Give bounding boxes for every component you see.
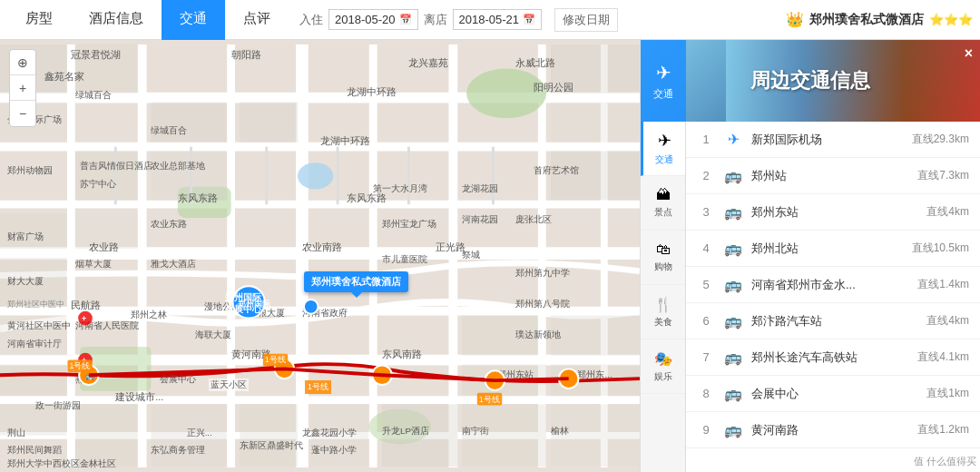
tab-reviews[interactable]: 点评 — [225, 0, 289, 40]
sidebar-body: ✈ 交通 🏔 景点 🛍 购物 🍴 美食 🎭 娱乐 — [641, 122, 980, 472]
list-item[interactable]: 7 🚌 郑州长途汽车高铁站 直线4.1km — [686, 339, 980, 376]
list-item[interactable]: 1 ✈ 新郑国际机场 直线29.3km — [686, 122, 980, 158]
map-area[interactable]: 龙湖中环路 龙湖中环路 东风东路 东风东路 农业路 农业南路 正光路 民航路 黄… — [0, 40, 640, 472]
transport-cat-icon: ✈ — [658, 131, 671, 151]
svg-text:升龙LP酒店: 升龙LP酒店 — [382, 426, 429, 436]
item-num-6: 6 — [697, 314, 715, 328]
svg-text:第一大水月湾: 第一大水月湾 — [373, 183, 427, 193]
svg-rect-44 — [75, 405, 138, 467]
train-icon-2: 🚌 — [722, 167, 744, 184]
train-icon-4: 🚌 — [722, 240, 744, 257]
transport-icon: ✈ — [656, 62, 671, 84]
zoom-in-button[interactable]: + — [10, 75, 35, 101]
entertainment-cat-label: 娱乐 — [654, 370, 672, 383]
shopping-cat-icon: 🛍 — [656, 241, 671, 258]
svg-text:1号线: 1号线 — [265, 356, 286, 365]
svg-text:正光路: 正光路 — [436, 241, 466, 252]
list-item[interactable]: 5 🚌 河南省郑州市金水... 直线1.4km — [686, 267, 980, 303]
item-name-9: 黄河南路 — [751, 422, 910, 438]
svg-text:雅戈大酒店: 雅戈大酒店 — [151, 259, 196, 269]
tab-hotelinfo[interactable]: 酒店信息 — [71, 0, 162, 40]
svg-text:农业路: 农业路 — [89, 241, 119, 252]
svg-text:龙湖花园: 龙湖花园 — [462, 183, 498, 193]
list-item[interactable]: 6 🚌 郑汴路汽车站 直线4km — [686, 303, 980, 339]
category-entertainment[interactable]: 🎭 娱乐 — [641, 339, 685, 394]
svg-text:郑州动物园: 郑州动物园 — [7, 165, 53, 175]
item-name-3: 郑州东站 — [751, 204, 919, 221]
svg-text:金林社区: 金林社区 — [80, 458, 116, 468]
list-item[interactable]: 3 🚌 郑州东站 直线4km — [686, 194, 980, 231]
top-navigation: 房型 酒店信息 交通 点评 入住 2018-05-20 📅 离店 2018-05… — [0, 0, 980, 40]
svg-rect-39 — [551, 316, 640, 356]
item-name-8: 会展中心 — [751, 386, 919, 402]
svg-text:财大大厦: 财大大厦 — [7, 276, 44, 286]
svg-rect-27 — [75, 151, 138, 200]
air-icon: ✈ — [722, 131, 744, 148]
item-num-9: 9 — [697, 423, 715, 437]
svg-text:政一街游园: 政一街游园 — [35, 400, 81, 410]
item-dist-9: 直线1.2km — [917, 422, 969, 438]
svg-text:农业总部基地: 农业总部基地 — [151, 161, 205, 171]
hotel-marker[interactable]: 郑州璞舍私式微酒店 — [304, 271, 408, 292]
svg-rect-36 — [551, 103, 640, 143]
watermark: 值 什么值得买 — [914, 455, 976, 468]
item-dist-8: 直线1km — [926, 386, 969, 401]
svg-text:龙鑫花园小学: 龙鑫花园小学 — [302, 428, 357, 438]
svg-text:苏宁中心: 苏宁中心 — [80, 179, 116, 189]
checkin-date-input[interactable]: 2018-05-20 📅 — [328, 9, 418, 30]
item-name-6: 郑汴路汽车站 — [751, 313, 919, 329]
item-name-5: 河南省郑州市金水... — [751, 277, 910, 293]
lantian-label: 蓝天小区 — [209, 379, 249, 391]
entertainment-cat-icon: 🎭 — [654, 350, 672, 368]
metro-label-1: 1号线 — [305, 380, 331, 394]
svg-text:郑州民间舞蹈: 郑州民间舞蹈 — [7, 445, 62, 455]
tab-transport[interactable]: 交通 — [162, 0, 225, 40]
svg-text:龙湖中环路: 龙湖中环路 — [320, 135, 370, 146]
scenery-cat-label: 景点 — [654, 206, 672, 219]
category-scenery[interactable]: 🏔 景点 — [641, 176, 685, 231]
food-cat-label: 美食 — [654, 316, 672, 329]
list-item[interactable]: 9 🚌 黄河南路 直线1.2km — [686, 412, 980, 448]
svg-text:龙兴嘉苑: 龙兴嘉苑 — [408, 57, 448, 68]
svg-point-21 — [298, 162, 333, 189]
item-name-1: 新郑国际机场 — [751, 132, 905, 148]
modify-date-button[interactable]: 修改日期 — [554, 8, 618, 32]
hotel-title: 郑州璞舍私式微酒店 — [809, 12, 924, 28]
list-item[interactable]: 2 🚌 郑州站 直线7.3km — [686, 158, 980, 194]
svg-text:郑州第八号院: 郑州第八号院 — [515, 299, 570, 309]
map-controls: ⊕ + − — [9, 49, 36, 127]
svg-text:东风南路: 东风南路 — [382, 349, 422, 359]
item-name-7: 郑州长途汽车高铁站 — [751, 349, 910, 366]
svg-text:东新区鼎盛时代: 东新区鼎盛时代 — [240, 440, 303, 450]
svg-text:黄河社区中医中: 黄河社区中医中 — [7, 320, 71, 330]
item-num-2: 2 — [697, 169, 715, 182]
category-transport[interactable]: ✈ 交通 — [641, 122, 685, 176]
list-item[interactable]: 4 🚌 郑州北站 直线10.5km — [686, 231, 980, 267]
conference-center-label: 郑州国际会展中心 — [225, 291, 261, 315]
checkout-date-input[interactable]: 2018-05-21 📅 — [453, 9, 543, 30]
shopping-cat-label: 购物 — [654, 261, 672, 273]
zoom-out-button[interactable]: − — [10, 101, 35, 126]
item-num-3: 3 — [697, 205, 715, 219]
category-food[interactable]: 🍴 美食 — [641, 285, 685, 339]
item-num-7: 7 — [697, 350, 715, 364]
svg-text:河南省审计厅: 河南省审计厅 — [7, 339, 62, 349]
compass-button[interactable]: ⊕ — [10, 50, 35, 75]
svg-rect-25 — [151, 103, 226, 143]
item-dist-1: 直线29.3km — [912, 132, 969, 147]
item-num-8: 8 — [697, 387, 715, 400]
svg-text:蓬中路小学: 蓬中路小学 — [311, 445, 357, 455]
svg-text:财富广场: 财富广场 — [7, 231, 44, 241]
sidebar-categories: ✈ 交通 🏔 景点 🛍 购物 🍴 美食 🎭 娱乐 — [641, 122, 686, 472]
close-button[interactable]: × — [965, 45, 973, 62]
checkin-label: 入住 — [299, 12, 323, 28]
svg-text:民航路: 民航路 — [71, 300, 101, 310]
svg-text:正兴...: 正兴... — [187, 428, 212, 438]
food-cat-icon: 🍴 — [654, 296, 672, 313]
list-item[interactable]: 8 🚌 会展中心 直线1km — [686, 376, 980, 412]
tab-roomtype[interactable]: 房型 — [7, 0, 71, 40]
svg-text:普吉风情假日酒店: 普吉风情假日酒店 — [80, 161, 152, 171]
svg-rect-33 — [0, 364, 66, 395]
category-shopping[interactable]: 🛍 购物 — [641, 231, 685, 285]
svg-rect-46 — [240, 405, 298, 467]
